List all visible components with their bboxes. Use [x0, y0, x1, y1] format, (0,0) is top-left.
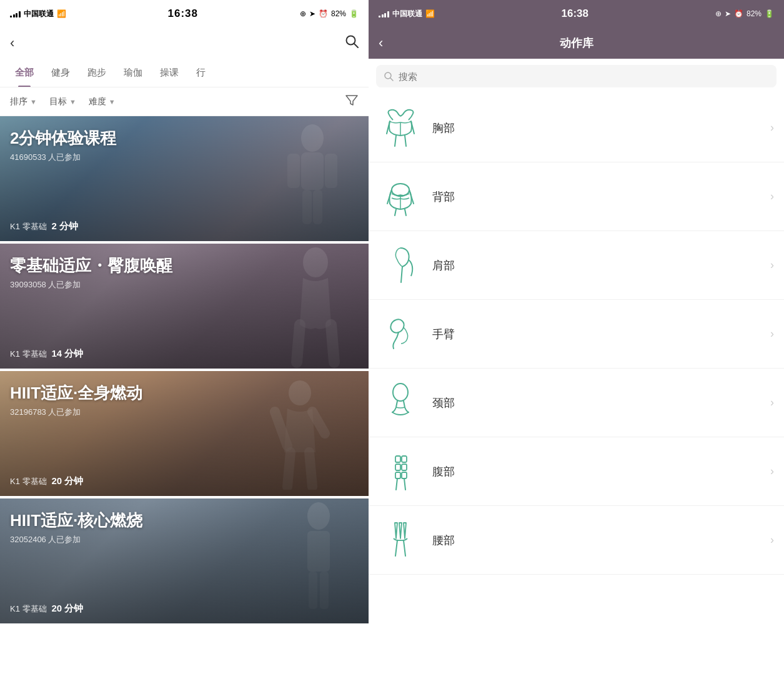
course-meta-2: K1 零基础 14 分钟 [10, 348, 359, 360]
body-item-arms[interactable]: 手臂 › [369, 300, 784, 369]
category-tabs: 全部 健身 跑步 瑜伽 操课 行 [0, 59, 369, 87]
course-participants-2: 39093058 人已参加 [10, 279, 359, 290]
right-panel: 中国联通 📶 16:38 ⊕ ➤ ⏰ 82% 🔋 ‹ 动作库 [369, 0, 784, 694]
left-panel: 中国联通 📶 16:38 ⊕ ➤ ⏰ 82% 🔋 ‹ 全部 健身 跑步 瑜伽 操… [0, 0, 369, 694]
filter-funnel-button[interactable] [345, 93, 359, 110]
course-level-2: K1 零基础 [10, 349, 47, 360]
course-participants-4: 32052406 人已参加 [10, 534, 359, 545]
filter-goal[interactable]: 目标 ▼ [49, 96, 89, 107]
signal-icon [10, 10, 21, 17]
left-back-button[interactable]: ‹ [10, 35, 14, 51]
svg-rect-27 [402, 456, 407, 462]
course-list: 2分钟体验课程 41690533 人已参加 K1 零基础 2 分钟 [0, 116, 369, 694]
body-part-list: 胸部 › 背部 › [369, 94, 784, 694]
filter-difficulty[interactable]: 难度 ▼ [89, 96, 128, 107]
filter-sort[interactable]: 排序 ▼ [10, 96, 49, 107]
right-top-nav: ‹ 动作库 [369, 27, 784, 59]
left-search-button[interactable] [345, 34, 359, 52]
right-location-icon: ⊕ [715, 9, 722, 18]
svg-line-19 [390, 78, 393, 81]
chest-icon [379, 103, 422, 153]
svg-rect-31 [402, 472, 407, 478]
difficulty-chevron-icon: ▼ [109, 98, 116, 106]
arms-chevron-icon: › [770, 327, 774, 340]
course-duration-2: 14 分钟 [52, 348, 84, 360]
body-item-neck[interactable]: 颈部 › [369, 369, 784, 437]
search-bar[interactable] [376, 65, 777, 87]
body-item-waist[interactable]: 腰部 › [369, 506, 784, 575]
right-nav-icon: ➤ [725, 9, 731, 18]
course-level-1: K1 零基础 [10, 221, 47, 232]
course-meta-3: K1 零基础 20 分钟 [10, 475, 359, 487]
right-battery-label: 82% [747, 9, 762, 18]
right-battery-icon: 🔋 [765, 9, 774, 18]
course-card-content-2: 零基础适应・臀腹唤醒 39093058 人已参加 K1 零基础 14 分钟 [0, 244, 369, 369]
tab-fitness[interactable]: 健身 [42, 59, 79, 87]
right-signal-icon [379, 10, 389, 17]
arms-icon [379, 309, 422, 359]
arms-label: 手臂 [422, 327, 770, 342]
shoulder-chevron-icon: › [770, 259, 774, 272]
right-status-right: ⊕ ➤ ⏰ 82% 🔋 [715, 9, 774, 18]
course-card-1[interactable]: 2分钟体验课程 41690533 人已参加 K1 零基础 2 分钟 [0, 116, 369, 241]
neck-label: 颈部 [422, 395, 770, 410]
filter-bar: 排序 ▼ 目标 ▼ 难度 ▼ [0, 87, 369, 116]
tab-running[interactable]: 跑步 [79, 59, 115, 87]
abdomen-icon [379, 447, 422, 497]
svg-rect-30 [395, 472, 400, 478]
search-bar-container [369, 59, 784, 94]
left-status-bar: 中国联通 📶 16:38 ⊕ ➤ ⏰ 82% 🔋 [0, 0, 369, 27]
neck-icon [379, 378, 422, 428]
right-back-button[interactable]: ‹ [379, 35, 383, 51]
course-participants-1: 41690533 人已参加 [10, 152, 359, 163]
back-chevron-icon: › [770, 190, 774, 203]
course-title-2: 零基础适应・臀腹唤醒 [10, 256, 359, 275]
body-item-back[interactable]: 背部 › [369, 162, 784, 231]
filter-sort-label: 排序 [10, 96, 27, 107]
svg-rect-29 [402, 464, 407, 470]
body-item-shoulder[interactable]: 肩部 › [369, 231, 784, 300]
waist-chevron-icon: › [770, 533, 774, 547]
course-title-1: 2分钟体验课程 [10, 129, 359, 148]
search-icon [384, 71, 394, 81]
course-title-4: HIIT适应·核心燃烧 [10, 511, 359, 530]
course-title-3: HIIT适应·全身燃动 [10, 384, 359, 403]
svg-line-1 [354, 44, 359, 48]
right-time: 16:38 [561, 7, 588, 20]
left-time: 16:38 [167, 7, 197, 20]
course-level-4: K1 零基础 [10, 603, 47, 615]
tab-all[interactable]: 全部 [6, 59, 42, 87]
right-carrier: 中国联通 📶 [379, 9, 435, 19]
course-duration-1: 2 分钟 [52, 221, 79, 232]
svg-point-22 [392, 184, 409, 196]
chest-label: 胸部 [422, 121, 770, 136]
course-card-3[interactable]: HIIT适应·全身燃动 32196783 人已参加 K1 零基础 20 分钟 [0, 371, 369, 496]
right-page-title: 动作库 [560, 36, 593, 51]
sort-chevron-icon: ▼ [30, 98, 37, 106]
tab-class[interactable]: 操课 [151, 59, 187, 87]
course-card-2[interactable]: 零基础适应・臀腹唤醒 39093058 人已参加 K1 零基础 14 分钟 [0, 244, 369, 369]
course-card-content-1: 2分钟体验课程 41690533 人已参加 K1 零基础 2 分钟 [0, 116, 369, 241]
course-duration-4: 20 分钟 [52, 603, 84, 615]
tab-yoga[interactable]: 瑜伽 [115, 59, 151, 87]
course-duration-3: 20 分钟 [52, 475, 84, 487]
body-item-abdomen[interactable]: 腹部 › [369, 437, 784, 506]
back-icon [379, 172, 422, 222]
search-input[interactable] [399, 71, 769, 82]
svg-line-34 [395, 540, 397, 556]
tab-more[interactable]: 行 [187, 59, 214, 87]
location-icon: ⊕ [300, 9, 306, 18]
course-card-content-4: HIIT适应·核心燃烧 32052406 人已参加 K1 零基础 20 分钟 [0, 498, 369, 623]
svg-rect-28 [395, 464, 400, 470]
filter-goal-label: 目标 [49, 96, 67, 107]
right-status-bar: 中国联通 📶 16:38 ⊕ ➤ ⏰ 82% 🔋 [369, 0, 784, 27]
course-card-4[interactable]: HIIT适应·核心燃烧 32052406 人已参加 K1 零基础 20 分钟 [0, 498, 369, 623]
battery-label: 82% [331, 9, 346, 18]
course-level-3: K1 零基础 [10, 476, 47, 487]
course-meta-4: K1 零基础 20 分钟 [10, 603, 359, 615]
left-carrier: 中国联通 📶 [10, 9, 66, 19]
left-status-right: ⊕ ➤ ⏰ 82% 🔋 [300, 9, 359, 18]
svg-line-33 [404, 478, 405, 490]
waist-icon [379, 515, 422, 565]
body-item-chest[interactable]: 胸部 › [369, 94, 784, 162]
